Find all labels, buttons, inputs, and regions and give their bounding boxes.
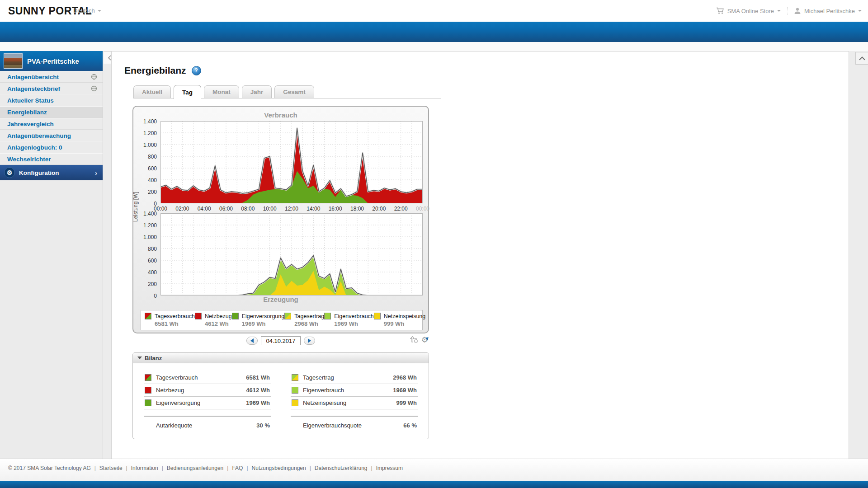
y-tick-label: 1.200 [143,222,157,229]
bilanz-row-eigenverbrauch: Eigenverbrauch 1969 Wh [291,384,418,397]
page-title: Energiebilanz [124,65,186,76]
tab-gesamt[interactable]: Gesamt [274,85,314,98]
workspace: PVA-Perlitschke Anlagenübersicht Anlagen… [0,42,868,459]
bilanz-label: Netzeinspeisung [303,399,346,406]
footer-link[interactable]: Nutzungsbedingungen [252,465,306,471]
user-icon [794,7,801,14]
x-tick-label: 16:00 [329,206,342,212]
sidebar-item-label: Anlagenüberwachung [7,132,71,139]
bilanz-right-column: Tagesertrag 2968 Wh Eigenverbrauch 1969 … [291,371,418,429]
arrow-right-icon [308,338,313,343]
sidebar-item-label: Anlagenlogbuch: 0 [7,144,62,151]
x-tick-label: 14:00 [307,206,320,212]
tab-aktuell[interactable]: Aktuell [133,85,171,98]
tagesertrag-swatch [292,374,298,381]
bilanz-label: Eigenverbrauch [303,387,344,394]
tab-monat[interactable]: Monat [204,85,239,98]
sidebar-item-aktueller-status[interactable]: Aktueller Status [0,94,103,106]
divider: | [371,465,373,471]
sidebar-item-anlagenlogbuch[interactable]: Anlagenlogbuch: 0 [0,141,103,153]
time-axis: 00:0002:0004:0006:0008:0010:0012:0014:00… [160,203,423,213]
bilanz-label: Eigenverbrauchsquote [303,422,362,429]
x-tick-label: 22:00 [394,206,408,212]
erzeugung-plot-row: 1.4001.2001.0008006004002000 [137,213,425,296]
sidebar-item-anlagenueberwachung[interactable]: Anlagenüberwachung [0,130,103,141]
sidebar-item-anlagensteckbrief[interactable]: Anlagensteckbrief [0,83,103,94]
legend-value: 4612 Wh [205,320,232,327]
legend-label: Tagesverbrauch [155,313,195,319]
footer-link[interactable]: Bedienungsanleitungen [167,465,223,471]
bilanz-label: Tagesertrag [303,374,334,381]
footer-link[interactable]: Startseite [99,465,123,471]
date-navigation: ⚙ [132,333,429,348]
bilanz-label: Autarkiequote [156,422,192,429]
globe-icon [91,74,97,80]
bilanz-row-netzeinspeisung: Netzeinspeisung 999 Wh [291,397,418,409]
footer-link[interactable]: FAQ [232,465,243,471]
divider: | [126,465,127,471]
bilanz-left-column: Tagesverbrauch 6581 Wh Netzbezug 4612 Wh… [144,371,271,429]
legend-value: 2968 Wh [294,320,324,327]
bilanz-value: 1969 Wh [393,387,417,394]
chart-tools: ⚙ [410,335,428,345]
chart-settings-icon[interactable]: ⚙ [421,337,428,344]
divider: | [162,465,163,471]
legend-item-eigenversorgung: Eigenversorgung 1969 Wh [232,313,285,327]
user-menu[interactable]: Michael Perlitschke [794,7,862,14]
scroll-top-button[interactable] [855,52,868,65]
sidebar-item-label: Aktueller Status [7,97,54,104]
gear-icon: ⚙ [4,167,15,178]
sidebar-item-jahresvergleich[interactable]: Jahresvergleich [0,118,103,130]
verbrauch-chart-title: Verbrauch [137,111,425,121]
divider: | [227,465,228,471]
sidebar-item-energiebilanz[interactable]: Energiebilanz [0,106,103,118]
help-icon[interactable]: ? [192,66,201,75]
sidebar-item-label: Konfiguration [19,169,59,176]
sma-online-store-link[interactable]: SMA Online Store [716,7,781,14]
divider: | [246,465,248,471]
tab-tag[interactable]: Tag [174,85,201,99]
sidebar-item-konfiguration[interactable]: ⚙ Konfiguration › [0,165,103,180]
y-tick-label: 1.200 [143,130,157,136]
tab-jahr[interactable]: Jahr [242,85,272,98]
netzbezug-swatch [195,313,202,319]
legend-value: 6581 Wh [155,320,195,327]
sidebar-plant-header[interactable]: PVA-Perlitschke [0,51,103,71]
divider: | [310,465,311,471]
bilanz-value: 2968 Wh [393,374,417,381]
dropdown-triangle-icon [425,334,431,340]
plant-thumbnail [4,53,23,69]
bilanz-label: Eigenversorgung [156,399,200,406]
eigenversorgung-swatch [232,313,239,319]
footer-link[interactable]: Information [131,465,158,471]
sidebar-item-wechselrichter[interactable]: Wechselrichter [0,153,103,165]
previous-day-button[interactable] [246,337,258,345]
help-glyph: ? [194,67,198,74]
next-day-button[interactable] [304,337,315,345]
legend-item-tagesverbrauch: Tagesverbrauch 6581 Wh [145,313,195,327]
x-tick-label: 02:00 [175,206,189,212]
footer-link[interactable]: Datenschutzerklärung [315,465,368,471]
eigenverbrauch-swatch [324,313,331,319]
footer-link[interactable]: Impressum [376,465,403,471]
bilanz-row-netzbezug: Netzbezug 4612 Wh [144,384,271,397]
tagesverbrauch-swatch [145,374,151,381]
date-input[interactable] [261,336,301,345]
copyright-text: © 2017 SMA Solar Technology AG [8,465,91,471]
sidebar-item-anlagenuebersicht[interactable]: Anlagenübersicht [0,71,103,83]
legend-label: Netzbezug [205,313,232,319]
tagesverbrauch-swatch [145,313,151,319]
bilanz-label: Netzbezug [156,387,184,394]
top-strip [0,42,868,51]
legend-item-tagesertrag: Tagesertrag 2968 Wh [284,313,324,327]
language-selector[interactable]: Deutsch [73,7,101,14]
bilanz-row-autarkiequote: Autarkiequote 30 % [144,416,271,429]
eigenversorgung-swatch [145,399,151,406]
erzeugung-y-axis: 1.4001.2001.0008006004002000 [137,213,160,296]
plant-name: PVA-Perlitschke [27,57,79,65]
legend-label: Eigenverbrauch [334,313,374,319]
netzbezug-swatch [145,387,151,394]
publish-upload-icon[interactable] [410,335,418,345]
bilanz-header[interactable]: Bilanz [133,353,429,363]
legend-item-netzbezug: Netzbezug 4612 Wh [195,313,232,327]
